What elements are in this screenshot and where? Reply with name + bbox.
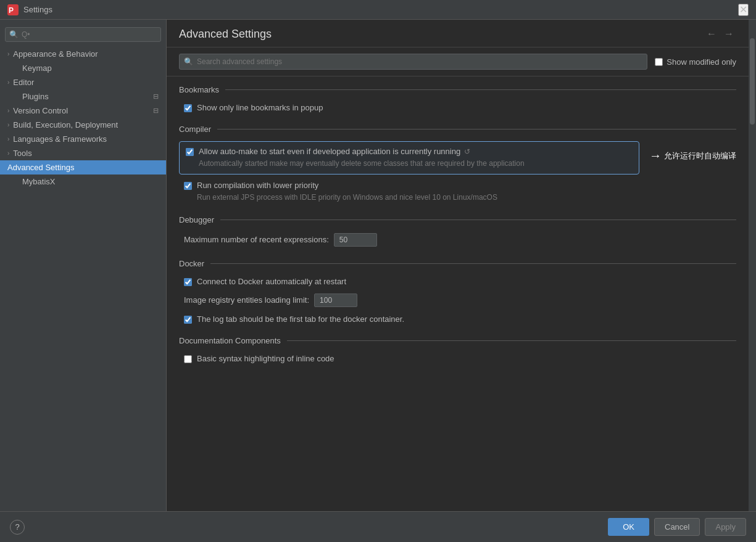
section-label: Compiler xyxy=(179,125,211,134)
content-search-input[interactable] xyxy=(179,54,647,70)
sidebar-item-tools[interactable]: › Tools xyxy=(0,146,166,160)
main-layout: 🔍 › Appearance & Behavior Keymap › Edito… xyxy=(0,20,756,511)
show-bookmarks-checkbox[interactable] xyxy=(184,104,192,112)
vc-badge: ⊟ xyxy=(153,107,159,115)
setting-max-expressions: Maximum number of recent expressions: xyxy=(179,229,736,250)
setting-label: Connect to Docker automatically at resta… xyxy=(197,277,346,286)
reset-icon[interactable]: ↺ xyxy=(464,147,470,156)
window-title: Settings xyxy=(23,5,52,14)
help-button[interactable]: ? xyxy=(10,520,25,535)
content-inner: Bookmarks Show only line bookmarks in po… xyxy=(167,76,749,379)
sidebar-item-advanced-settings[interactable]: Advanced Settings xyxy=(0,160,166,175)
setting-label: Run compilation with lower priority xyxy=(197,181,497,190)
sidebar-search-icon: 🔍 xyxy=(9,30,19,39)
setting-label: Allow auto-make to start even if develop… xyxy=(199,147,460,156)
sidebar: 🔍 › Appearance & Behavior Keymap › Edito… xyxy=(0,20,167,511)
setting-show-bookmarks: Show only line bookmarks in popup xyxy=(179,99,736,116)
setting-label: The log tab should be the first tab for … xyxy=(197,314,404,324)
titlebar: P Settings ✕ xyxy=(0,0,756,20)
sidebar-item-label: Build, Execution, Deployment xyxy=(13,120,118,129)
setting-syntax-highlight: Basic syntax highlighting of inline code xyxy=(179,350,736,367)
show-modified-label[interactable]: Show modified only xyxy=(655,57,736,67)
sidebar-item-label: Languages & Frameworks xyxy=(13,134,107,144)
sidebar-search-input[interactable] xyxy=(5,27,161,42)
setting-row: Maximum number of recent expressions: xyxy=(184,233,377,247)
scrollbar-track[interactable] xyxy=(749,20,756,511)
lower-priority-checkbox[interactable] xyxy=(184,182,192,190)
arrow-icon: › xyxy=(7,150,9,157)
show-modified-text: Show modified only xyxy=(667,57,736,67)
apply-button[interactable]: Apply xyxy=(705,518,746,536)
arrow-icon: › xyxy=(7,136,9,142)
syntax-highlight-checkbox[interactable] xyxy=(184,355,192,363)
sidebar-item-version-control[interactable]: › Version Control ⊟ xyxy=(0,104,166,118)
ok-button[interactable]: OK xyxy=(608,518,649,536)
setting-label: Show only line bookmarks in popup xyxy=(197,103,323,112)
setting-log-tab: The log tab should be the first tab for … xyxy=(179,311,736,327)
compiler-row: Allow auto-make to start even if develop… xyxy=(179,139,736,177)
close-button[interactable]: ✕ xyxy=(738,4,749,16)
forward-button[interactable]: → xyxy=(721,27,736,41)
annotation: → 允许运行时自动编译 xyxy=(649,149,736,163)
sidebar-item-label: MybatisX xyxy=(22,177,55,186)
arrow-icon: › xyxy=(7,51,9,57)
sidebar-item-label: Advanced Settings xyxy=(7,163,74,172)
sidebar-item-label: Keymap xyxy=(22,64,52,73)
cancel-button[interactable]: Cancel xyxy=(654,518,700,536)
setting-label: Image registry entities loading limit: xyxy=(184,295,309,305)
content-area: Advanced Settings ← → 🔍 Show modified on… xyxy=(167,20,756,511)
max-expressions-input[interactable] xyxy=(334,233,377,247)
setting-docker-connect: Connect to Docker automatically at resta… xyxy=(179,273,736,290)
setting-label: Basic syntax highlighting of inline code xyxy=(197,354,334,363)
sidebar-item-languages[interactable]: › Languages & Frameworks xyxy=(0,132,166,146)
setting-header: Allow auto-make to start even if develop… xyxy=(199,147,525,156)
show-modified-checkbox[interactable] xyxy=(655,58,663,66)
titlebar-left: P Settings xyxy=(7,4,52,15)
divider-line xyxy=(225,89,736,90)
setting-desc: Run external JPS process with IDLE prior… xyxy=(197,192,497,203)
auto-make-checkbox[interactable] xyxy=(186,148,194,156)
back-button[interactable]: ← xyxy=(704,27,719,41)
bottom-bar: ? OK Cancel Apply xyxy=(0,511,756,542)
app-logo: P xyxy=(7,4,19,15)
section-bookmarks: Bookmarks xyxy=(179,76,736,99)
sidebar-item-label: Editor xyxy=(13,78,34,87)
svg-text:P: P xyxy=(9,6,14,15)
setting-lower-priority: Run compilation with lower priority Run … xyxy=(179,177,736,207)
scroll-container: Advanced Settings ← → 🔍 Show modified on… xyxy=(167,20,756,511)
section-docker: Docker xyxy=(179,250,736,273)
section-label: Documentation Components xyxy=(179,336,281,345)
sidebar-item-mybatisx[interactable]: MybatisX xyxy=(7,175,166,189)
sidebar-item-appearance[interactable]: › Appearance & Behavior xyxy=(0,47,166,61)
setting-image-registry: Image registry entities loading limit: xyxy=(179,290,736,311)
section-compiler: Compiler xyxy=(179,116,736,139)
annotation-arrow: → xyxy=(649,149,662,163)
sidebar-item-label: Tools xyxy=(13,149,31,158)
sidebar-item-editor[interactable]: › Editor xyxy=(0,75,166,89)
scrollbar-thumb[interactable] xyxy=(750,38,755,125)
setting-row: Image registry entities loading limit: xyxy=(184,294,357,307)
divider-line xyxy=(287,340,736,341)
log-tab-checkbox[interactable] xyxy=(184,316,192,324)
sidebar-item-build[interactable]: › Build, Execution, Deployment xyxy=(0,118,166,132)
sidebar-item-keymap[interactable]: Keymap xyxy=(7,61,166,75)
content-search: 🔍 xyxy=(179,54,647,70)
image-registry-input[interactable] xyxy=(314,294,357,307)
setting-auto-make: Allow auto-make to start even if develop… xyxy=(179,141,639,175)
divider-line xyxy=(217,129,736,129)
scroll-content[interactable]: Advanced Settings ← → 🔍 Show modified on… xyxy=(167,20,749,511)
docker-connect-checkbox[interactable] xyxy=(184,278,192,286)
sidebar-item-label: Version Control xyxy=(13,106,68,115)
setting-item-content: The log tab should be the first tab for … xyxy=(197,314,404,324)
arrow-icon: › xyxy=(7,79,9,86)
setting-item-content: Show only line bookmarks in popup xyxy=(197,103,323,112)
bottom-left: ? xyxy=(10,520,25,535)
page-title: Advanced Settings xyxy=(179,28,272,41)
divider-line xyxy=(220,220,736,220)
setting-desc: Automatically started make may eventuall… xyxy=(199,158,525,169)
section-label: Bookmarks xyxy=(179,85,219,94)
section-debugger: Debugger xyxy=(179,207,736,229)
sidebar-search-box[interactable]: 🔍 xyxy=(5,27,161,42)
sidebar-item-plugins[interactable]: Plugins ⊟ xyxy=(7,89,166,104)
section-label: Debugger xyxy=(179,215,214,224)
